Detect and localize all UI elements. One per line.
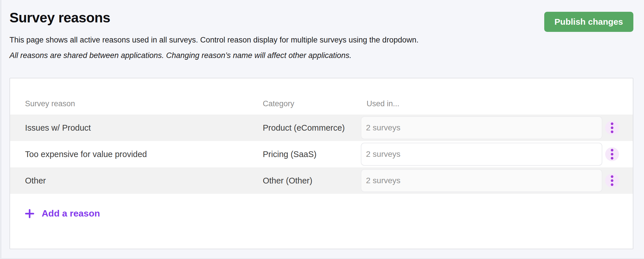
column-header-category: Category <box>263 99 361 108</box>
page-note: All reasons are shared between applicati… <box>9 51 633 60</box>
used-in-dropdown[interactable]: 2 surveys <box>361 116 602 139</box>
reason-cell: Too expensive for value provided <box>25 150 263 159</box>
category-cell: Product (eCommerce) <box>263 123 361 133</box>
survey-reasons-card: Survey reason Category Used in... Issues… <box>9 78 633 249</box>
card-footer: Add a reason <box>10 194 633 219</box>
table-row: Other Other (Other) 2 surveys <box>10 167 633 194</box>
kebab-menu-icon <box>611 149 614 160</box>
reason-cell: Other <box>25 176 263 185</box>
category-cell: Other (Other) <box>263 176 361 185</box>
add-reason-label: Add a reason <box>42 208 100 219</box>
column-header-survey-reason: Survey reason <box>25 99 263 108</box>
table-row: Too expensive for value provided Pricing… <box>10 141 633 167</box>
plus-icon <box>25 209 34 218</box>
page-header: Survey reasons Publish changes This page… <box>9 9 633 60</box>
column-header-used-in: Used in... <box>361 99 633 108</box>
publish-changes-button[interactable]: Publish changes <box>544 12 633 32</box>
used-in-cell: 2 surveys <box>361 141 633 167</box>
row-menu-button[interactable] <box>605 121 619 135</box>
kebab-menu-icon <box>611 122 614 133</box>
category-cell: Pricing (SaaS) <box>263 150 361 159</box>
table-header-row: Survey reason Category Used in... <box>10 78 633 115</box>
table-row: Issues w/ Product Product (eCommerce) 2 … <box>10 115 633 141</box>
row-menu-button[interactable] <box>605 174 619 188</box>
add-reason-button[interactable]: Add a reason <box>25 208 100 219</box>
page-title: Survey reasons <box>9 9 633 26</box>
kebab-menu-icon <box>611 175 614 186</box>
page-description: This page shows all active reasons used … <box>9 35 633 45</box>
used-in-cell: 2 surveys <box>361 167 633 194</box>
survey-reasons-page: Survey reasons Publish changes This page… <box>0 0 644 249</box>
used-in-dropdown[interactable]: 2 surveys <box>361 169 602 192</box>
used-in-cell: 2 surveys <box>361 115 633 141</box>
row-menu-button[interactable] <box>605 147 619 161</box>
reason-cell: Issues w/ Product <box>25 123 263 133</box>
used-in-dropdown[interactable]: 2 surveys <box>361 143 602 166</box>
